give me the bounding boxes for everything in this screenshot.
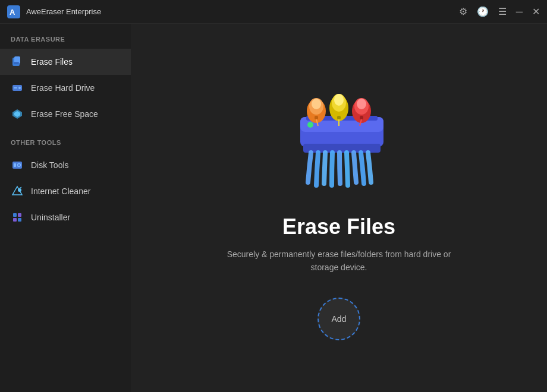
sidebar: DATA ERASURE Erase Files Erase Hard Driv… (0, 24, 131, 392)
sidebar-uninstaller-label: Uninstaller (31, 213, 70, 222)
svg-rect-14 (13, 213, 17, 217)
add-button[interactable]: Add (317, 298, 360, 340)
sidebar-disk-tools-label: Disk Tools (31, 160, 69, 170)
content-subtitle: Securely & permanently erase files/folde… (226, 248, 452, 274)
svg-point-28 (334, 94, 344, 106)
svg-rect-29 (337, 116, 341, 119)
other-tools-section-label: OTHER TOOLS (0, 139, 131, 152)
erase-hard-drive-icon (11, 81, 24, 94)
svg-point-20 (307, 122, 313, 128)
sidebar-item-erase-files[interactable]: Erase Files (0, 49, 131, 75)
svg-point-32 (357, 99, 366, 109)
svg-rect-7 (14, 87, 17, 88)
disk-tools-icon (11, 159, 24, 172)
sidebar-erase-free-space-label: Erase Free Space (31, 109, 98, 119)
settings-icon[interactable]: ⚙ (459, 6, 467, 17)
svg-point-12 (18, 188, 21, 192)
window-controls: ⚙ 🕐 ☰ ─ ✕ (459, 6, 540, 17)
internet-cleaner-icon (11, 185, 24, 198)
shredder-illustration (268, 64, 410, 197)
sidebar-divider (0, 127, 131, 139)
svg-rect-16 (13, 218, 17, 222)
data-erasure-section-label: DATA ERASURE (0, 36, 131, 49)
sidebar-erase-files-label: Erase Files (31, 57, 73, 67)
app-title: AweEraser Enterprise (26, 7, 459, 16)
erase-free-space-icon (11, 108, 24, 121)
title-bar: A AweEraser Enterprise ⚙ 🕐 ☰ ─ ✕ (0, 0, 547, 24)
svg-rect-9 (14, 163, 16, 167)
erase-files-icon (11, 55, 24, 68)
svg-rect-15 (18, 213, 21, 217)
sidebar-item-erase-free-space[interactable]: Erase Free Space (0, 101, 131, 127)
svg-rect-25 (315, 116, 318, 119)
sidebar-erase-hard-drive-label: Erase Hard Drive (31, 83, 95, 93)
app-logo: A (7, 5, 20, 18)
svg-line-13 (20, 187, 21, 188)
minimize-button[interactable]: ─ (516, 7, 523, 17)
content-title: Erase Files (282, 214, 395, 239)
main-layout: DATA ERASURE Erase Files Erase Hard Driv… (0, 24, 547, 392)
menu-icon[interactable]: ☰ (498, 6, 507, 17)
history-icon[interactable]: 🕐 (477, 6, 489, 17)
sidebar-item-disk-tools[interactable]: Disk Tools (0, 152, 131, 178)
uninstaller-icon (11, 211, 24, 224)
svg-point-6 (18, 87, 21, 89)
sidebar-item-uninstaller[interactable]: Uninstaller (0, 204, 131, 230)
sidebar-item-internet-cleaner[interactable]: Internet Cleaner (0, 178, 131, 204)
sidebar-internet-cleaner-label: Internet Cleaner (31, 186, 90, 196)
content-area: Erase Files Securely & permanently erase… (131, 24, 547, 392)
sidebar-item-erase-hard-drive[interactable]: Erase Hard Drive (0, 75, 131, 101)
add-button-wrapper: Add (317, 298, 360, 340)
svg-text:A: A (10, 8, 15, 17)
svg-rect-4 (14, 62, 19, 64)
svg-rect-17 (18, 218, 21, 222)
svg-point-24 (312, 99, 321, 109)
close-button[interactable]: ✕ (532, 6, 540, 17)
svg-rect-33 (360, 116, 363, 119)
